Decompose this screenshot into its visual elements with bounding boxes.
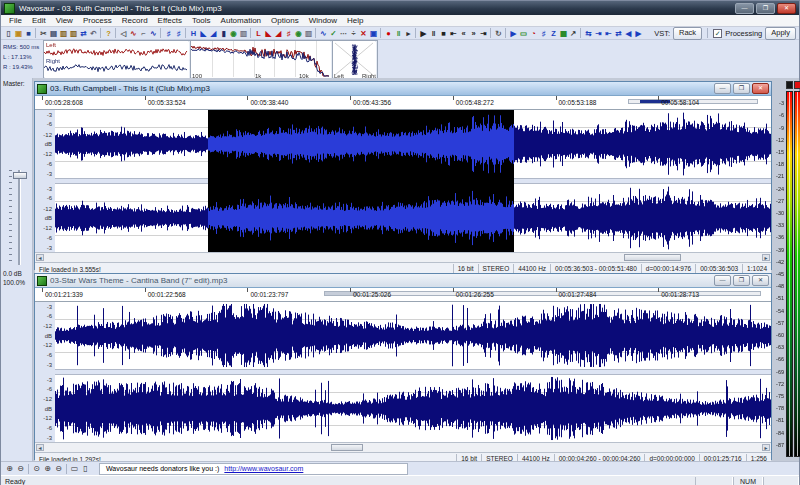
menu-edit[interactable]: Edit [27,16,51,25]
window2-restore-button[interactable]: ❐ [733,275,750,286]
draw-line-icon[interactable]: ⌐ [138,28,148,39]
window1-title-bar[interactable]: 03. Ruth Campbell - This Is It (Club Mix… [35,82,771,96]
apply-button[interactable]: Apply [765,27,796,40]
window2-hscrollbar[interactable]: ◄ ► [35,442,771,452]
marker-delete-icon[interactable]: ◢ [208,28,218,39]
record-pause-icon[interactable]: ‖ [393,28,403,39]
region-icon[interactable]: ▮ [218,28,228,39]
swap-channels-icon[interactable]: ⇄ [78,28,88,39]
new-file-icon[interactable]: ▯ [3,28,13,39]
window1-wave-view[interactable]: -3-6-12dB-12-6-3-3-6-12dB-12-6-3 [35,110,771,252]
loop-points-icon[interactable]: ♯ [283,28,293,39]
loop-start-icon[interactable]: ◣ [263,28,273,39]
loop-lock-icon[interactable]: ◉ [293,28,303,39]
window2-minimize-button[interactable]: — [714,275,731,286]
record-icon[interactable]: ● [383,28,393,39]
window1-hscroll-thumb[interactable] [624,254,681,261]
window2-hscroll-thumb[interactable] [331,444,363,451]
go-end-icon[interactable]: ⇥ [478,28,488,39]
nudge-left-icon[interactable]: ◀ [623,28,633,39]
oscilloscope-panel[interactable]: Left Right [43,40,191,80]
copy-icon[interactable]: ▤ [48,28,58,39]
menu-help[interactable]: Help [342,16,368,25]
window2-close-button[interactable]: ✕ [752,275,769,286]
document-window-1[interactable]: 03. Ruth Campbell - This Is It (Club Mix… [34,81,772,270]
menu-effects[interactable]: Effects [153,16,187,25]
open-file-icon[interactable]: ▣ [13,28,23,39]
maximize-button[interactable]: ❐ [756,3,775,14]
minimize-button[interactable]: — [735,3,754,14]
marker-add-icon[interactable]: ◣ [198,28,208,39]
draw-envelope-icon[interactable]: ∿ [148,28,158,39]
marker-trash-icon[interactable]: ▥ [238,28,248,39]
freehand-icon[interactable]: ∿ [318,28,328,39]
insert-file-icon[interactable]: ♯ [173,28,183,39]
window1-close-button[interactable]: ✕ [752,83,769,94]
play-selection-icon[interactable]: ▶ [508,28,518,39]
paste-icon[interactable]: ▥ [58,28,68,39]
nudge-right-icon[interactable]: ▶ [633,28,643,39]
processing-checkbox[interactable]: ✓ [713,29,722,38]
window1-restore-button[interactable]: ❐ [733,83,750,94]
validate-icon[interactable]: ✓ [328,28,338,39]
master-slider-track[interactable] [18,170,21,265]
goniometer-panel[interactable]: Left Right [332,40,378,80]
clip-indicator-left[interactable] [786,81,793,89]
wavosaur-link[interactable]: http://www.wavosaur.com [224,465,303,472]
channel-swap-icon[interactable]: ⇆ [583,28,593,39]
scroll-right-arrow[interactable]: ► [762,444,770,451]
channel-left-icon[interactable]: ⇤ [603,28,613,39]
resample-icon[interactable]: ♯ [538,28,548,39]
help-icon[interactable]: ? [103,28,113,39]
marker-h-icon[interactable]: H [188,28,198,39]
channel-both-icon[interactable]: ⇄ [613,28,623,39]
window2-timeline-ruler[interactable]: 00:01:21:33900:01:22:56800:01:23:79700:0… [35,288,771,302]
title-bar[interactable]: Wavosaur - 03. Ruth Campbell - This Is I… [1,1,799,15]
stop-icon[interactable]: ■ [438,28,448,39]
loop-l-icon[interactable]: L [253,28,263,39]
window1-hscrollbar[interactable]: ◄ ► [35,252,771,262]
loop-trash-icon[interactable]: ▥ [303,28,313,39]
zero-cross-icon[interactable]: Z [548,28,558,39]
mic-input-icon[interactable]: ↗ [568,28,578,39]
paste-mix-icon[interactable]: ▥ [68,28,78,39]
playlist-icon[interactable]: ▭ [518,28,528,39]
draw-wave-icon[interactable]: ∿ [128,28,138,39]
scroll-left-arrow[interactable]: ◄ [36,254,44,261]
spectrum-panel[interactable]: 100 1k 10k [190,40,333,80]
window2-waveform[interactable] [55,302,771,442]
menu-automation[interactable]: Automation [216,16,266,25]
window2-wave-view[interactable]: -3-6-12dB-12-6-3-3-6-12dB-12-6-3 [35,302,771,442]
record-options-icon[interactable]: ◔ [528,28,538,39]
zoom-one-to-one-icon[interactable]: ▯ [80,463,91,474]
window2-title-bar[interactable]: 03-Star Wars Theme - Cantina Band (7'' e… [35,274,771,288]
menu-options[interactable]: Options [266,16,304,25]
snap-icon[interactable]: ÷ [348,28,358,39]
play-from-cursor-icon[interactable]: ▸ [403,28,413,39]
more-options-icon[interactable]: ⋯ [338,28,348,39]
monitor-icon[interactable]: ◁ [118,28,128,39]
menu-record[interactable]: Record [117,16,153,25]
rewind-icon[interactable]: « [458,28,468,39]
go-start-icon[interactable]: ⇤ [448,28,458,39]
scroll-left-arrow[interactable]: ◄ [36,444,44,451]
loop-end-icon[interactable]: ◢ [273,28,283,39]
insert-silence-icon[interactable]: ♯ [163,28,173,39]
zoom-all-icon[interactable]: ▭ [69,463,80,474]
window1-timeline-ruler[interactable]: 00:05:28:60800:05:33:52400:05:38:44000:0… [35,96,771,110]
window1-minimize-button[interactable]: — [714,83,731,94]
undo-icon[interactable]: ↶ [88,28,98,39]
delete-icon[interactable]: ✕ [358,28,368,39]
clip-indicator-right[interactable] [794,81,800,89]
zoom-vertical-out-icon[interactable]: ⊖ [53,463,64,474]
menu-view[interactable]: View [51,16,78,25]
menu-tools[interactable]: Tools [187,16,216,25]
scroll-right-arrow[interactable]: ► [762,254,770,261]
close-button[interactable]: ✕ [777,3,796,14]
marker-lock-icon[interactable]: ◉ [228,28,238,39]
vst-rack-button[interactable]: Rack [673,27,702,40]
menu-window[interactable]: Window [304,16,342,25]
pause-icon[interactable]: ‖ [428,28,438,39]
master-slider-thumb[interactable] [13,172,27,179]
loop-playback-icon[interactable]: ↻ [493,28,503,39]
